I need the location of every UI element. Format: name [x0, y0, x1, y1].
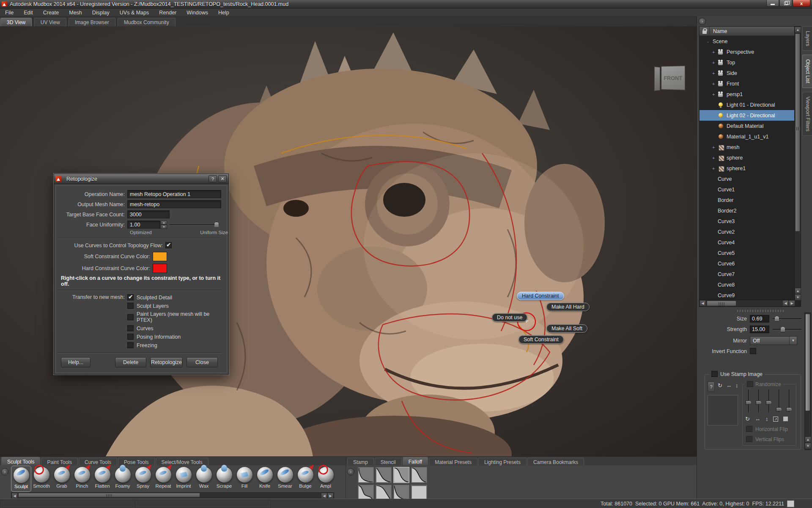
hard-constraint-color-swatch[interactable]: [153, 264, 167, 273]
lock-column-header[interactable]: [700, 27, 710, 36]
tree-expander[interactable]: +: [712, 81, 718, 86]
tree-row[interactable]: Curve3: [700, 216, 795, 226]
context-menu-item[interactable]: Do not use: [492, 313, 527, 322]
transfer-option-checkbox[interactable]: [127, 303, 134, 309]
preset-tray-tab[interactable]: Camera Bookmarks: [527, 458, 584, 465]
randomize-slider[interactable]: [756, 389, 761, 412]
scrollbar-thumb[interactable]: [18, 493, 200, 497]
panel-splitter[interactable]: [737, 310, 784, 312]
face-uniformity-slider[interactable]: [170, 222, 219, 228]
tree-row[interactable]: Light 02 - Directional: [700, 110, 795, 121]
restore-button[interactable]: [779, 0, 792, 7]
tool-item[interactable]: Fill: [234, 466, 255, 492]
falloff-preset[interactable]: [358, 467, 374, 483]
dialog-button[interactable]: Help...: [61, 357, 91, 367]
dialog-button[interactable]: Close: [187, 357, 218, 367]
slider-handle[interactable]: [214, 222, 219, 228]
vertical-flips-checkbox[interactable]: [746, 436, 752, 442]
tool-tray-tab[interactable]: Sculpt Tools: [1, 457, 40, 465]
dialog-button[interactable]: Retopologize: [150, 357, 183, 367]
scroll-left-icon[interactable]: ◀: [782, 300, 789, 306]
mirror-dropdown[interactable]: Off ▼: [750, 336, 797, 345]
randomize-hmove-icon[interactable]: ↔: [755, 416, 760, 422]
dialog-help-button[interactable]: ?: [208, 175, 217, 182]
tree-expander[interactable]: +: [712, 166, 718, 171]
spinner-up-icon[interactable]: ▲: [161, 221, 167, 225]
menu-item[interactable]: Render: [154, 9, 181, 17]
tool-item[interactable]: Sculpt: [11, 466, 31, 492]
tool-item[interactable]: Knife: [255, 466, 275, 492]
context-menu-item[interactable]: Make All Hard: [546, 303, 590, 311]
context-menu-item[interactable]: Make All Soft: [546, 324, 587, 333]
scroll-left-icon[interactable]: ◀: [700, 300, 706, 306]
panel-side-tab[interactable]: Object List: [802, 55, 812, 88]
close-button[interactable]: x: [793, 0, 810, 7]
view-cube-front-face[interactable]: FRONT: [661, 66, 685, 90]
view-tab[interactable]: 3D View: [0, 18, 32, 26]
soft-constraint-color-swatch[interactable]: [153, 252, 167, 261]
tree-row[interactable]: Material_1_u1_v1: [700, 131, 795, 142]
horizontal-flip-checkbox[interactable]: [746, 426, 752, 432]
falloff-preset[interactable]: [376, 467, 392, 483]
tray-expander-button[interactable]: ›: [1, 468, 8, 475]
tool-item[interactable]: Flatten: [92, 466, 112, 492]
tool-item[interactable]: Grab: [52, 466, 72, 492]
menu-item[interactable]: Mesh: [64, 9, 87, 17]
tool-tray-scrollbar[interactable]: ◀ ◀ ▶: [11, 492, 334, 498]
transfer-option-checkbox[interactable]: [127, 334, 134, 340]
randomize-slider[interactable]: [787, 389, 792, 412]
tree-row[interactable]: + sphere1: [700, 163, 795, 174]
tool-item[interactable]: Spray: [133, 466, 153, 492]
tool-item[interactable]: Bulge: [295, 466, 315, 492]
menu-item[interactable]: Help: [213, 9, 234, 17]
menu-item[interactable]: Display: [87, 9, 115, 17]
menu-item[interactable]: File: [0, 9, 19, 17]
scroll-up-icon[interactable]: ▲: [795, 27, 801, 33]
scroll-up-icon[interactable]: ▲: [805, 436, 811, 443]
chevron-down-icon[interactable]: ▼: [789, 337, 797, 345]
tree-row[interactable]: + sphere: [700, 152, 795, 163]
tree-row[interactable]: + Side: [700, 68, 795, 78]
view-tab[interactable]: Mudbox Community: [118, 18, 176, 26]
tool-item[interactable]: Foamy: [112, 466, 133, 492]
scroll-right-icon[interactable]: ▶: [789, 300, 795, 306]
tree-row[interactable]: Curve: [700, 174, 795, 184]
view-cube[interactable]: FRONT: [651, 64, 689, 93]
preset-tray-tab[interactable]: Lighting Presets: [478, 458, 527, 465]
invert-function-checkbox[interactable]: [750, 348, 756, 354]
dialog-close-button[interactable]: ✕: [218, 175, 227, 182]
scroll-up-icon[interactable]: ▲: [795, 288, 801, 294]
dialog-button[interactable]: Delete: [115, 357, 146, 367]
transfer-option-checkbox[interactable]: [127, 342, 134, 348]
spinner-down-icon[interactable]: ▼: [161, 225, 167, 229]
tree-expander[interactable]: +: [712, 60, 718, 65]
tool-tray-tab[interactable]: Curve Tools: [79, 458, 117, 465]
preset-tray-tab[interactable]: Material Presets: [429, 458, 477, 465]
tree-expander[interactable]: +: [712, 50, 718, 55]
view-tab[interactable]: UV View: [34, 18, 66, 26]
menu-item[interactable]: Edit: [19, 9, 38, 17]
tree-row[interactable]: Border: [700, 195, 795, 205]
tree-row[interactable]: Default Material: [700, 121, 795, 131]
falloff-preset[interactable]: [411, 467, 427, 483]
strength-slider[interactable]: [773, 326, 801, 332]
tree-row[interactable]: Curve6: [700, 258, 795, 269]
menu-item[interactable]: Create: [38, 9, 64, 17]
horizontal-flip-icon[interactable]: ↔: [726, 382, 732, 389]
scrollbar-thumb[interactable]: [795, 33, 800, 232]
tree-row[interactable]: Curve4: [700, 237, 795, 248]
preset-tray-tab[interactable]: Stencil: [375, 458, 402, 465]
tree-row[interactable]: + Top: [700, 57, 795, 68]
randomize-checkbox[interactable]: [747, 381, 753, 387]
scroll-left-icon[interactable]: ◀: [11, 493, 18, 499]
context-menu-item[interactable]: Hard Constraint: [517, 292, 564, 300]
scroll-left-icon[interactable]: ◀: [321, 493, 327, 499]
vertical-flip-icon[interactable]: ↕: [735, 382, 738, 389]
tool-item[interactable]: Pinch: [72, 466, 92, 492]
tool-tray-tab[interactable]: Select/Move Tools: [156, 458, 208, 465]
tree-expander[interactable]: +: [712, 155, 718, 160]
use-curves-checkbox[interactable]: [165, 242, 172, 248]
size-input[interactable]: 0.69: [750, 315, 769, 323]
preset-tray-tab[interactable]: Stamp: [347, 458, 374, 465]
size-slider[interactable]: [773, 316, 801, 322]
